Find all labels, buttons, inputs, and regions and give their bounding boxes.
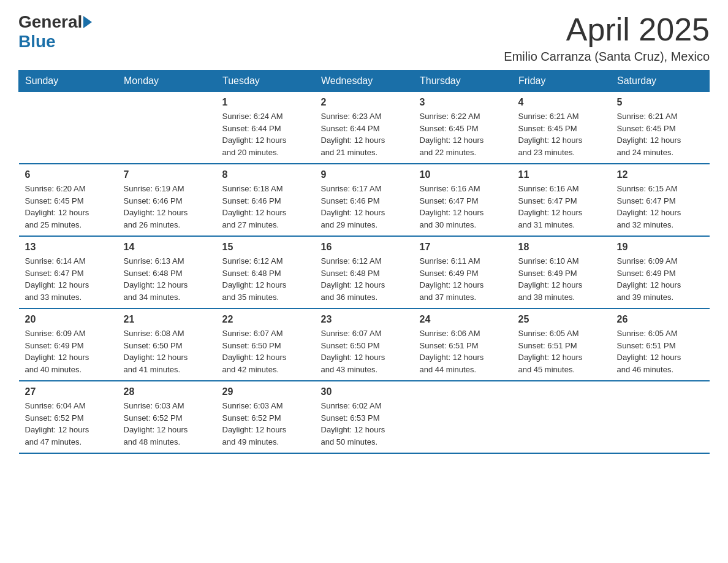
day-number: 27	[25, 386, 112, 397]
day-info: Sunrise: 6:14 AMSunset: 6:47 PMDaylight:…	[25, 255, 112, 303]
day-number: 5	[617, 97, 703, 108]
weekday-header-friday: Friday	[512, 71, 611, 92]
calendar-cell: 6Sunrise: 6:20 AMSunset: 6:45 PMDaylight…	[19, 164, 118, 236]
day-number: 10	[420, 169, 506, 180]
day-info: Sunrise: 6:05 AMSunset: 6:51 PMDaylight:…	[617, 327, 703, 375]
weekday-header-wednesday: Wednesday	[315, 71, 414, 92]
calendar-week-5: 27Sunrise: 6:04 AMSunset: 6:52 PMDayligh…	[19, 381, 710, 453]
day-info: Sunrise: 6:03 AMSunset: 6:52 PMDaylight:…	[222, 400, 309, 448]
calendar-cell: 15Sunrise: 6:12 AMSunset: 6:48 PMDayligh…	[216, 236, 315, 308]
calendar-cell	[414, 381, 512, 453]
day-number: 19	[617, 242, 703, 253]
calendar-cell: 11Sunrise: 6:16 AMSunset: 6:47 PMDayligh…	[512, 164, 611, 236]
page-header: General Blue April 2025 Emilio Carranza …	[18, 12, 710, 64]
day-number: 30	[321, 386, 408, 397]
calendar-cell: 25Sunrise: 6:05 AMSunset: 6:51 PMDayligh…	[512, 308, 611, 381]
day-info: Sunrise: 6:02 AMSunset: 6:53 PMDaylight:…	[321, 400, 408, 448]
calendar-week-2: 6Sunrise: 6:20 AMSunset: 6:45 PMDaylight…	[19, 164, 710, 236]
day-number: 28	[124, 386, 210, 397]
calendar-table: SundayMondayTuesdayWednesdayThursdayFrid…	[18, 70, 710, 454]
calendar-cell: 30Sunrise: 6:02 AMSunset: 6:53 PMDayligh…	[315, 381, 414, 453]
day-number: 12	[617, 169, 703, 180]
day-number: 24	[420, 314, 506, 325]
calendar-week-3: 13Sunrise: 6:14 AMSunset: 6:47 PMDayligh…	[19, 236, 710, 308]
day-number: 14	[124, 242, 210, 253]
day-number: 25	[518, 314, 605, 325]
day-number: 1	[222, 97, 309, 108]
day-info: Sunrise: 6:15 AMSunset: 6:47 PMDaylight:…	[617, 183, 703, 231]
day-number: 20	[25, 314, 112, 325]
calendar-cell	[611, 381, 710, 453]
day-number: 8	[222, 169, 309, 180]
day-info: Sunrise: 6:04 AMSunset: 6:52 PMDaylight:…	[25, 400, 112, 448]
calendar-cell: 23Sunrise: 6:07 AMSunset: 6:50 PMDayligh…	[315, 308, 414, 381]
day-number: 17	[420, 242, 506, 253]
weekday-header-thursday: Thursday	[414, 71, 512, 92]
day-info: Sunrise: 6:07 AMSunset: 6:50 PMDaylight:…	[321, 327, 408, 375]
day-number: 29	[222, 386, 309, 397]
calendar-cell: 9Sunrise: 6:17 AMSunset: 6:46 PMDaylight…	[315, 164, 414, 236]
calendar-cell: 27Sunrise: 6:04 AMSunset: 6:52 PMDayligh…	[19, 381, 118, 453]
day-info: Sunrise: 6:11 AMSunset: 6:49 PMDaylight:…	[420, 255, 506, 303]
day-info: Sunrise: 6:06 AMSunset: 6:51 PMDaylight:…	[420, 327, 506, 375]
calendar-cell: 2Sunrise: 6:23 AMSunset: 6:44 PMDaylight…	[315, 92, 414, 164]
day-info: Sunrise: 6:03 AMSunset: 6:52 PMDaylight:…	[124, 400, 210, 448]
day-info: Sunrise: 6:12 AMSunset: 6:48 PMDaylight:…	[222, 255, 309, 303]
day-number: 16	[321, 242, 408, 253]
page-subtitle: Emilio Carranza (Santa Cruz), Mexico	[504, 50, 710, 64]
day-info: Sunrise: 6:16 AMSunset: 6:47 PMDaylight:…	[420, 183, 506, 231]
logo-general-text: General	[18, 12, 82, 32]
day-info: Sunrise: 6:16 AMSunset: 6:47 PMDaylight:…	[518, 183, 605, 231]
calendar-cell: 12Sunrise: 6:15 AMSunset: 6:47 PMDayligh…	[611, 164, 710, 236]
calendar-header: SundayMondayTuesdayWednesdayThursdayFrid…	[19, 71, 710, 92]
calendar-cell: 7Sunrise: 6:19 AMSunset: 6:46 PMDaylight…	[118, 164, 216, 236]
logo-arrow-icon	[83, 16, 92, 28]
day-info: Sunrise: 6:05 AMSunset: 6:51 PMDaylight:…	[518, 327, 605, 375]
day-number: 6	[25, 169, 112, 180]
day-info: Sunrise: 6:23 AMSunset: 6:44 PMDaylight:…	[321, 110, 408, 158]
day-info: Sunrise: 6:09 AMSunset: 6:49 PMDaylight:…	[25, 327, 112, 375]
day-info: Sunrise: 6:09 AMSunset: 6:49 PMDaylight:…	[617, 255, 703, 303]
calendar-cell: 21Sunrise: 6:08 AMSunset: 6:50 PMDayligh…	[118, 308, 216, 381]
calendar-cell	[118, 92, 216, 164]
calendar-cell: 18Sunrise: 6:10 AMSunset: 6:49 PMDayligh…	[512, 236, 611, 308]
weekday-header-monday: Monday	[118, 71, 216, 92]
calendar-cell: 4Sunrise: 6:21 AMSunset: 6:45 PMDaylight…	[512, 92, 611, 164]
calendar-body: 1Sunrise: 6:24 AMSunset: 6:44 PMDaylight…	[19, 92, 710, 454]
day-info: Sunrise: 6:24 AMSunset: 6:44 PMDaylight:…	[222, 110, 309, 158]
day-number: 7	[124, 169, 210, 180]
day-number: 4	[518, 97, 605, 108]
day-number: 21	[124, 314, 210, 325]
day-info: Sunrise: 6:07 AMSunset: 6:50 PMDaylight:…	[222, 327, 309, 375]
day-number: 22	[222, 314, 309, 325]
calendar-cell: 28Sunrise: 6:03 AMSunset: 6:52 PMDayligh…	[118, 381, 216, 453]
day-number: 11	[518, 169, 605, 180]
weekday-row: SundayMondayTuesdayWednesdayThursdayFrid…	[19, 71, 710, 92]
calendar-cell: 8Sunrise: 6:18 AMSunset: 6:46 PMDaylight…	[216, 164, 315, 236]
day-number: 2	[321, 97, 408, 108]
calendar-cell: 16Sunrise: 6:12 AMSunset: 6:48 PMDayligh…	[315, 236, 414, 308]
day-info: Sunrise: 6:08 AMSunset: 6:50 PMDaylight:…	[124, 327, 210, 375]
calendar-cell	[512, 381, 611, 453]
title-block: April 2025 Emilio Carranza (Santa Cruz),…	[504, 12, 710, 64]
day-info: Sunrise: 6:10 AMSunset: 6:49 PMDaylight:…	[518, 255, 605, 303]
calendar-cell	[19, 92, 118, 164]
calendar-cell: 17Sunrise: 6:11 AMSunset: 6:49 PMDayligh…	[414, 236, 512, 308]
calendar-week-1: 1Sunrise: 6:24 AMSunset: 6:44 PMDaylight…	[19, 92, 710, 164]
logo-blue-text: Blue	[18, 32, 56, 52]
day-info: Sunrise: 6:20 AMSunset: 6:45 PMDaylight:…	[25, 183, 112, 231]
calendar-cell: 26Sunrise: 6:05 AMSunset: 6:51 PMDayligh…	[611, 308, 710, 381]
calendar-cell: 19Sunrise: 6:09 AMSunset: 6:49 PMDayligh…	[611, 236, 710, 308]
day-number: 3	[420, 97, 506, 108]
day-number: 15	[222, 242, 309, 253]
day-number: 23	[321, 314, 408, 325]
calendar-cell: 13Sunrise: 6:14 AMSunset: 6:47 PMDayligh…	[19, 236, 118, 308]
logo-text: General	[18, 12, 93, 32]
day-info: Sunrise: 6:18 AMSunset: 6:46 PMDaylight:…	[222, 183, 309, 231]
calendar-cell: 24Sunrise: 6:06 AMSunset: 6:51 PMDayligh…	[414, 308, 512, 381]
weekday-header-tuesday: Tuesday	[216, 71, 315, 92]
logo: General Blue	[18, 12, 93, 52]
day-info: Sunrise: 6:13 AMSunset: 6:48 PMDaylight:…	[124, 255, 210, 303]
day-info: Sunrise: 6:12 AMSunset: 6:48 PMDaylight:…	[321, 255, 408, 303]
calendar-week-4: 20Sunrise: 6:09 AMSunset: 6:49 PMDayligh…	[19, 308, 710, 381]
